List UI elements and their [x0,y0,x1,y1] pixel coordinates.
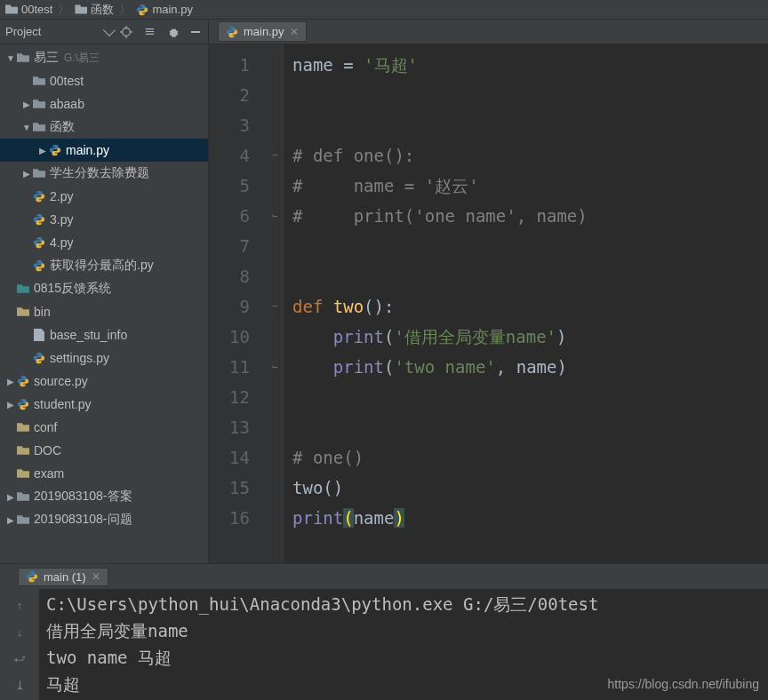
chevron-right-icon[interactable]: ▶ [37,146,48,155]
breadcrumb-sep-icon: 〉 [119,2,131,18]
tree-item[interactable]: ▶conf [0,416,208,439]
tree-item[interactable]: ▶exam [0,462,208,485]
tree-item[interactable]: ▶abaab [0,92,208,115]
tree-item[interactable]: ▼函数 [0,115,208,139]
chevron-right-icon[interactable]: ▶ [21,99,32,109]
project-tree[interactable]: ▼易三G:\易三▶00test▶abaab▼函数▶main.py▶学生分数去除费… [0,44,209,563]
tree-item-label: 2019083108-问题 [34,512,132,528]
tree-item[interactable]: ▶base_stu_info [0,323,208,346]
minimize-icon[interactable] [188,25,203,39]
fold-column[interactable]: −⌙−⌙ [268,44,284,563]
watermark: https://blog.csdn.net/ifubing [608,671,759,697]
tree-item-label: 2.py [50,189,73,203]
close-icon[interactable]: ✕ [92,570,100,583]
topbar: Project main.py ✕ [0,20,768,44]
up-icon[interactable]: ↑ [11,596,28,614]
folder-icon [5,4,18,16]
code-line[interactable]: # def one(): [292,140,768,171]
chevron-right-icon[interactable]: ▶ [5,400,16,410]
tree-item[interactable]: ▶3.py [0,208,208,231]
folder-icon [16,421,30,434]
code-line[interactable]: # one() [292,442,768,473]
breadcrumb: 00test 〉 函数 〉 main.py [0,0,768,20]
file-icon [32,329,46,341]
tree-item-label: main.py [66,143,109,157]
code-line[interactable]: two() [292,473,768,503]
python-icon [32,190,46,203]
python-icon [32,236,46,249]
folder-icon [16,467,30,480]
code-line[interactable]: name = '马超' [292,50,768,80]
tree-item-label: settings.py [50,351,109,365]
tree-item[interactable]: ▶main.py [0,139,208,162]
console-line: 借用全局变量name [46,617,761,644]
export-icon[interactable]: ⤓ [11,676,28,694]
chevron-right-icon[interactable]: ▶ [21,169,32,179]
tree-item[interactable]: ▶4.py [0,231,208,254]
tree-item[interactable]: ▶0815反馈系统 [0,277,208,300]
code-line[interactable] [292,231,768,261]
tree-item[interactable]: ▶获取得分最高的.py [0,254,208,277]
tree-item[interactable]: ▶00test [0,69,208,92]
tree-item[interactable]: ▶2019083108-问题 [0,508,208,531]
code-line[interactable] [292,110,768,140]
console-line: C:\Users\python_hui\Anaconda3\python.exe… [46,591,761,617]
code-line[interactable]: # name = '赵云' [292,171,768,201]
folder-icon [16,52,30,64]
folder-icon [16,306,30,318]
tree-item[interactable]: ▶学生分数去除费题 [0,162,208,185]
folder-icon [16,490,30,503]
code-line[interactable]: print('two name', name) [292,352,768,382]
tree-item-label: 0815反馈系统 [34,281,111,297]
code-line[interactable]: print('借用全局变量name') [292,322,768,352]
folder-icon [16,282,30,295]
code-line[interactable]: print(name) [292,503,768,533]
code-line[interactable] [292,80,768,110]
tree-item-label: base_stu_info [50,328,127,342]
target-icon[interactable] [119,25,133,39]
tree-item[interactable]: ▶bin [0,300,208,323]
editor-tabs-bar: main.py ✕ [209,20,768,44]
gear-icon[interactable] [165,25,180,39]
code-line[interactable]: # print('one name', name) [292,201,768,231]
breadcrumb-item[interactable]: 函数 [75,2,114,18]
tree-item-label: exam [34,466,64,481]
chevron-down-icon[interactable] [103,23,116,36]
tree-item[interactable]: ▶2019083108-答案 [0,485,208,508]
tab-main-py[interactable]: main.py ✕ [218,21,307,42]
chevron-down-icon[interactable]: ▼ [21,123,32,132]
run-panel: main (1) ✕ ↑ ↓ ⮐ ⤓ C:\Users\python_hui\A… [0,563,768,700]
tree-item[interactable]: ▶settings.py [0,346,208,370]
down-icon[interactable]: ↓ [11,623,28,640]
tree-item[interactable]: ▶DOC [0,439,208,462]
code-editor[interactable]: 12345678910111213141516 −⌙−⌙ name = '马超'… [209,44,768,563]
chevron-right-icon[interactable]: ▶ [5,377,16,386]
run-tab[interactable]: main (1) ✕ [18,568,108,586]
tree-item-label: 易三 [34,50,59,66]
chevron-right-icon[interactable]: ▶ [5,492,16,502]
tree-item-label: bin [34,305,51,319]
code-line[interactable] [292,412,768,442]
code-line[interactable] [292,261,768,291]
tree-item[interactable]: ▼易三G:\易三 [0,46,208,69]
collapse-icon[interactable] [142,25,156,39]
breadcrumb-item[interactable]: main.py [136,3,193,16]
python-icon [32,352,46,364]
console-output[interactable]: C:\Users\python_hui\Anaconda3\python.exe… [39,589,768,700]
code-line[interactable]: def two(): [292,291,768,322]
close-icon[interactable]: ✕ [290,26,299,38]
tree-item[interactable]: ▶2.py [0,185,208,208]
wrap-icon[interactable]: ⮐ [11,649,28,667]
folder-icon [32,75,46,87]
python-icon [48,144,62,156]
folder-icon [16,513,30,526]
chevron-right-icon[interactable]: ▶ [5,515,16,525]
tree-item[interactable]: ▶student.py [0,393,208,416]
breadcrumb-item[interactable]: 00test [5,3,52,16]
folder-icon [75,4,87,16]
code-line[interactable] [292,382,768,412]
project-label: Project [5,25,100,38]
chevron-down-icon[interactable]: ▼ [5,53,16,63]
tree-item[interactable]: ▶source.py [0,370,208,393]
python-icon [16,398,30,410]
